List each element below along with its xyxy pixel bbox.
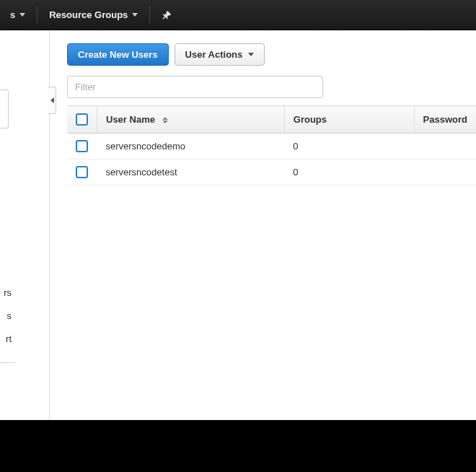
cell-password — [414, 159, 476, 185]
chevron-left-icon — [50, 97, 54, 103]
nav-item-services[interactable]: s — [0, 0, 35, 30]
sidebar-fragment: rs s rt — [0, 30, 49, 420]
user-actions-dropdown[interactable]: User Actions — [175, 43, 265, 66]
create-new-users-button[interactable]: Create New Users — [67, 43, 169, 66]
cell-password — [414, 134, 476, 159]
content-area: rs s rt Create New Users User Actions — [0, 30, 476, 420]
row-checkbox[interactable] — [76, 140, 88, 152]
row-checkbox[interactable] — [76, 166, 88, 178]
pin-icon — [162, 10, 172, 20]
sidebar-divider — [0, 362, 14, 363]
toolbar: Create New Users User Actions — [67, 43, 476, 66]
header-label: Groups — [294, 114, 327, 125]
cell-groups: 0 — [284, 134, 414, 159]
button-label: User Actions — [185, 49, 243, 60]
cell-username: serversncodetest — [97, 159, 285, 185]
sidebar-links: rs s rt — [0, 281, 12, 351]
pin-button[interactable] — [151, 0, 182, 30]
chevron-down-icon — [248, 53, 254, 56]
cell-groups: 0 — [284, 159, 414, 185]
nav-item-label: Resource Groups — [49, 9, 128, 20]
nav-separator — [37, 6, 38, 24]
footer-bar — [0, 420, 476, 472]
sidebar-link-fragment[interactable]: rs — [0, 281, 12, 305]
users-table: User Name Groups Password — [67, 105, 476, 185]
filter-input[interactable] — [67, 76, 323, 98]
header-label: Password — [423, 114, 467, 125]
vertical-divider — [49, 30, 50, 420]
column-header-groups[interactable]: Groups — [284, 106, 414, 134]
nav-item-label: s — [10, 9, 15, 20]
header-label: User Name — [106, 114, 155, 125]
sidebar-box — [0, 89, 9, 128]
nav-item-resource-groups[interactable]: Resource Groups — [39, 0, 148, 30]
nav-separator — [149, 6, 150, 24]
collapse-sidebar-button[interactable] — [48, 87, 56, 114]
chevron-down-icon — [132, 13, 138, 17]
select-all-checkbox[interactable] — [76, 113, 88, 126]
main-panel: Create New Users User Actions User Name — [50, 30, 476, 420]
table-row[interactable]: serversncodetest 0 — [67, 159, 476, 185]
select-all-header — [67, 106, 97, 134]
sidebar-link-fragment[interactable]: s — [0, 305, 12, 328]
button-label: Create New Users — [78, 49, 158, 60]
filter-bar — [67, 76, 476, 98]
table-row[interactable]: serversncodedemo 0 — [67, 134, 476, 159]
column-header-username[interactable]: User Name — [97, 106, 285, 134]
sidebar-link-fragment[interactable]: rt — [0, 328, 12, 351]
top-nav: s Resource Groups — [0, 0, 476, 30]
chevron-down-icon — [19, 13, 25, 17]
cell-username: serversncodedemo — [97, 134, 285, 159]
sort-icon — [162, 117, 168, 123]
column-header-password[interactable]: Password — [414, 106, 476, 134]
